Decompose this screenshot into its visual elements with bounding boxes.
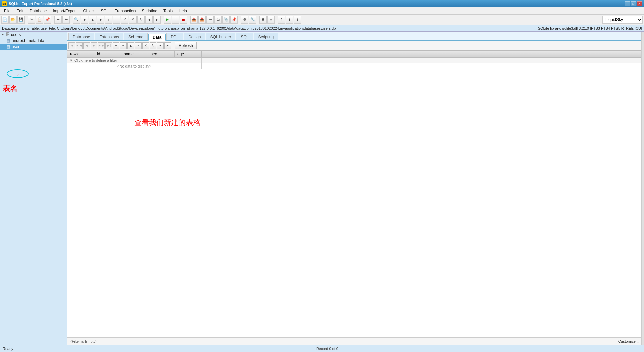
maximize-button[interactable]: □ (631, 1, 636, 6)
customize-button[interactable]: Customize... (618, 339, 639, 343)
info-bar: Database: users Table: user File: C:\Use… (0, 25, 644, 32)
toolbar-import[interactable]: 📥 (198, 16, 206, 24)
menu-import-export[interactable]: Import/Export (50, 8, 79, 14)
toolbar-tick[interactable]: ✓ (121, 16, 128, 24)
filter-row[interactable]: ▼ Click here to define a filter (67, 58, 641, 63)
toolbar-reload[interactable]: ↻ (137, 16, 145, 24)
tab-design[interactable]: Design (184, 33, 205, 40)
nav-next-multi[interactable]: ►► (98, 42, 105, 49)
nav-up[interactable]: ▲ (127, 42, 134, 49)
nav-minus[interactable]: − (120, 42, 127, 49)
close-button[interactable]: ✕ (637, 1, 642, 6)
tab-sql[interactable]: SQL (236, 33, 253, 40)
tab-data[interactable]: Data (148, 34, 166, 41)
toolbar-run[interactable]: ▶ (164, 16, 171, 24)
title-bar-left: SE SQLite Expert Professional 5.2 (x64) (2, 1, 72, 6)
sidebar-item-android-metadata[interactable]: ▦ android_metadata (0, 38, 67, 44)
menu-scripting[interactable]: Scripting (139, 8, 160, 14)
table-name-annotation: 表名 (3, 84, 17, 94)
filter-text[interactable]: Click here to define a filter (74, 58, 117, 62)
toolbar-font-larger[interactable]: A (259, 16, 267, 24)
toolbar-cut[interactable]: ✂ (28, 16, 35, 24)
menu-help[interactable]: Help (176, 8, 190, 14)
menu-object[interactable]: Object (80, 8, 97, 14)
db-icon: 🗄 (6, 32, 10, 37)
tab-database[interactable]: Database (68, 33, 94, 40)
toolbar-backup[interactable]: 🗃 (206, 16, 214, 24)
toolbar-paste[interactable]: 📌 (44, 16, 51, 24)
col-age[interactable]: age (175, 51, 202, 58)
tab-schema[interactable]: Schema (124, 33, 148, 40)
toolbar-help[interactable]: ? (278, 16, 285, 24)
menu-file[interactable]: File (1, 8, 13, 14)
toolbar-del-row[interactable]: − (113, 16, 120, 24)
refresh-button[interactable]: Refresh (175, 42, 197, 49)
nav-refresh-small[interactable]: ↻ (150, 42, 156, 49)
sidebar-db-root[interactable]: ▼ 🗄 users (0, 32, 67, 38)
table-area: rowid id name sex age ▼ Click here to d (67, 50, 641, 337)
toolbar-settings[interactable]: ⚙ (241, 16, 248, 24)
toolbar-redo[interactable]: ↪ (62, 16, 70, 24)
toolbar-detach[interactable]: 📌 (230, 16, 238, 24)
right-scrollbar[interactable] (641, 32, 644, 345)
db-info-text: Database: users Table: user File: C:\Use… (2, 26, 336, 30)
col-extra (202, 51, 641, 58)
toolbar-sort-asc[interactable]: ▲ (89, 16, 96, 24)
window-title: SQLite Expert Professional 5.2 (x64) (9, 2, 72, 6)
toolbar-font-smaller[interactable]: A (267, 16, 275, 24)
sidebar-item-user[interactable]: ▦ user (0, 44, 67, 50)
toolbar-undo[interactable]: ↩ (54, 16, 62, 24)
toolbar-sort-desc[interactable]: ▼ (97, 16, 104, 24)
col-sex[interactable]: sex (148, 51, 175, 58)
tab-sql-builder[interactable]: SQL builder (206, 33, 236, 40)
menu-database[interactable]: Database (27, 8, 49, 14)
col-rowid[interactable]: rowid (67, 51, 94, 58)
nav-confirm[interactable]: ✓ (135, 42, 142, 49)
toolbar-options[interactable]: 🔧 (249, 16, 256, 24)
toolbar-save[interactable]: 💾 (17, 16, 25, 24)
menu-transaction[interactable]: Transaction (112, 8, 138, 14)
nav-left-page[interactable]: ◄ (157, 42, 164, 49)
nav-first[interactable]: |◄ (68, 42, 75, 49)
col-id[interactable]: id (94, 51, 121, 58)
toolbar-new[interactable]: 📄 (1, 16, 9, 24)
toolbar-attach[interactable]: 📎 (222, 16, 230, 24)
minimize-button[interactable]: – (625, 1, 630, 6)
toolbar-pause[interactable]: ⏸ (172, 16, 179, 24)
toolbar-stop[interactable]: ⏹ (180, 16, 187, 24)
filter-empty-cell (202, 58, 641, 63)
toolbar-prev-page[interactable]: ◄ (145, 16, 153, 24)
nav-prev[interactable]: ◄ (83, 42, 90, 49)
col-name[interactable]: name (121, 51, 148, 58)
nav-last[interactable]: ►| (105, 42, 112, 49)
toolbar-sep2 (53, 16, 53, 23)
status-bar: Ready Record 0 of 0 (0, 345, 644, 352)
toolbar-filter[interactable]: ▼ (81, 16, 88, 24)
toolbar-about[interactable]: ℹ (294, 16, 301, 24)
nav-next[interactable]: ► (91, 42, 97, 49)
sqlite-lib-info: SQLite library: sqlite3.dll 3.21.0 [FTS3… (538, 26, 642, 30)
nav-cancel[interactable]: ✕ (142, 42, 149, 49)
tab-extensions[interactable]: Extensions (95, 33, 123, 40)
toolbar-search[interactable]: 🔍 (73, 16, 80, 24)
toolbar-cancel[interactable]: ✕ (129, 16, 137, 24)
toolbar-copy[interactable]: 📋 (36, 16, 43, 24)
nav-right-page[interactable]: ► (164, 42, 171, 49)
menu-tools[interactable]: Tools (161, 8, 175, 14)
toolbar-next-page[interactable]: ► (153, 16, 161, 24)
theme-dropdown[interactable]: LiquidSky (602, 16, 643, 24)
tab-scripting[interactable]: Scripting (254, 33, 278, 40)
nav-prev-multi[interactable]: ◄◄ (76, 42, 83, 49)
toolbar-info[interactable]: ℹ (286, 16, 293, 24)
tab-ddl[interactable]: DDL (166, 33, 183, 40)
menu-edit[interactable]: Edit (14, 8, 26, 14)
toolbar-add-row[interactable]: + (105, 16, 112, 24)
menu-sql[interactable]: SQL (98, 8, 111, 14)
toolbar-restore[interactable]: 🗂 (214, 16, 222, 24)
table-label-android: android_metadata (12, 38, 44, 43)
toolbar-sep3 (71, 16, 71, 23)
filter-cell-content: ▼ Click here to define a filter (69, 58, 199, 62)
toolbar-open[interactable]: 📂 (9, 16, 17, 24)
toolbar-export[interactable]: 📤 (190, 16, 198, 24)
nav-add[interactable]: + (113, 42, 119, 49)
